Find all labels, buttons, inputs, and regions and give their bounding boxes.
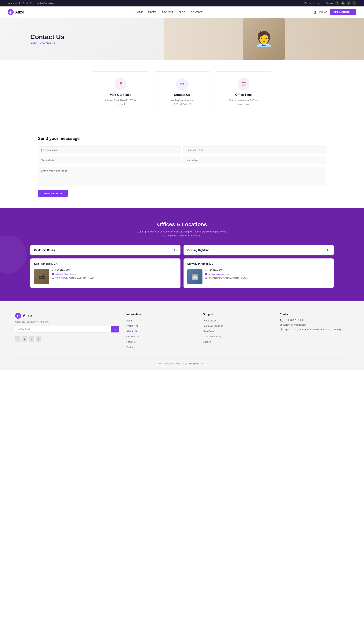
main-nav: HOME PAGES PROJECT BLOG CONTACT	[136, 11, 203, 14]
login-button[interactable]: 👤 LOGING	[314, 11, 328, 14]
hero-image: 🧑‍💼	[164, 18, 364, 60]
footer-support-list: Terms of Use Tearrns & Condition Help Ce…	[203, 319, 272, 344]
footer-contact-address: 📍 Alpes sulzos, Airolo, CH, Kammein stra…	[280, 328, 349, 331]
top-bar: Manchester 21, Zurich, CH alizoinfo@gmai…	[0, 0, 364, 7]
accordion-california-header[interactable]: California Dsuza +	[30, 245, 180, 255]
footer-support-privacy[interactable]: Company Privacy	[203, 335, 272, 338]
email-input[interactable]	[184, 146, 326, 154]
nav-contact[interactable]: CONTACT	[191, 11, 202, 14]
accordion-sunway-toggle[interactable]: −	[325, 261, 330, 266]
footer-contact-col: Contact 📞 +1 6328 925 6200 ✉ alizohelpo@…	[280, 313, 349, 351]
form-row-1	[38, 146, 326, 154]
footer-info-services[interactable]: Our Services	[126, 335, 196, 338]
footer-info-about[interactable]: About US	[126, 330, 196, 333]
phone-icon: 📞	[280, 319, 283, 322]
footer-support-tearrns[interactable]: Tearrns & Condition	[203, 324, 272, 328]
subject-input[interactable]	[184, 157, 326, 164]
visit-title: Visit Our Place	[97, 93, 144, 97]
accordion-sunway-header[interactable]: Sunway Piramid, ML −	[184, 258, 334, 269]
header: Alizo HOME PAGES PROJECT BLOG CONTACT 👤 …	[0, 7, 364, 18]
nav-pages[interactable]: PAGES	[148, 11, 156, 14]
accordion-genting-toggle[interactable]: +	[325, 248, 330, 252]
footer-contact-email[interactable]: ✉ alizohelpo@gmail.com	[280, 324, 349, 327]
logo[interactable]: Alizo	[8, 9, 24, 15]
topbar-address: Manchester 21, Zurich, CH	[8, 2, 32, 4]
nav-project[interactable]: PROJECT	[162, 11, 173, 14]
location-image-sunway: 🏢	[187, 269, 202, 284]
footer-logo[interactable]: Alizo	[15, 313, 119, 319]
message-textarea[interactable]	[38, 167, 326, 186]
footer-info-home[interactable]: Home	[126, 319, 196, 322]
accordion-genting-header[interactable]: Genting Highland +	[184, 245, 334, 255]
footer-linkedin-icon[interactable]: li	[29, 336, 34, 342]
footer-contact-phone: 📞 +1 6328 925 6200	[280, 319, 349, 322]
footer-tagline: Get Special Offers, We Never Spam.	[15, 321, 119, 323]
accordion-california: California Dsuza +	[30, 245, 180, 255]
footer-twitter-icon[interactable]: t	[36, 336, 41, 342]
accordion-sanfrancisco-body: 🏙 +1 235 326-49652 ramboinfo@gmail.com 3…	[30, 269, 180, 288]
footer-info-pricing[interactable]: Pricing Plan	[126, 324, 196, 328]
footer-info-features[interactable]: Features	[126, 345, 196, 349]
breadcrumb: ALIZO / CONTACT US	[30, 42, 64, 45]
form-title: Send your meassage	[38, 136, 326, 141]
sunway-address: 3248 SW Norway, Wetst GOA Beach FK 6626	[205, 276, 248, 280]
hero-title: Contact Us	[30, 33, 64, 41]
website-input[interactable]	[38, 157, 180, 164]
sf-address: 3248 SW Norway, Wetst GOA Beach FK 6626	[52, 276, 94, 280]
footer-facebook-icon[interactable]: f	[15, 336, 20, 342]
accordion-sanfrancisco-header[interactable]: San Fransisco, CA −	[30, 258, 180, 269]
quote-button[interactable]: GET A QUOTE →	[330, 9, 356, 15]
accordion-sunway-body: 🏢 +1 235 326-49652 ramboinfo@gmail.com 3…	[184, 269, 334, 288]
topbar-service[interactable]: Service	[313, 2, 320, 4]
office-time-title: Office Time	[220, 93, 267, 97]
footer-support-title: Support	[203, 313, 272, 316]
contact-card: ✉ Contact Us rambo@website.com +(502) 76…	[154, 71, 210, 113]
footer-email-form: →	[15, 326, 119, 333]
send-button[interactable]: SEND MESSAGE	[38, 190, 68, 197]
footer-info-portfolio[interactable]: Portfolio	[126, 340, 196, 344]
footer-brand: Alizo Get Special Offers, We Never Spam.…	[15, 313, 119, 351]
name-input[interactable]	[38, 146, 180, 154]
topbar-faq[interactable]: Faq	[304, 2, 308, 4]
footer-support-help[interactable]: Help Center	[203, 330, 272, 333]
sf-email[interactable]: ramboinfo@gmail.com	[52, 273, 94, 275]
instagram-icon[interactable]: in	[341, 1, 345, 5]
footer-information-title: Information	[126, 313, 196, 316]
sunway-email[interactable]: ramboinfo@gmail.com	[205, 273, 248, 275]
copyright-text: Full Copyright & Design By @ Theme pure …	[159, 362, 205, 365]
breadcrumb-home[interactable]: ALIZO	[30, 42, 37, 45]
footer-support-terms[interactable]: Terms of Use	[203, 319, 272, 322]
footer-contact-title: Contact	[280, 313, 349, 316]
facebook-icon[interactable]: f	[335, 1, 339, 5]
map-pin-icon: 📍	[280, 328, 283, 331]
theme-pure-link[interactable]: Theme pure	[187, 362, 198, 365]
twitter-icon[interactable]: t	[346, 1, 351, 5]
office-closed: Firday is closed	[236, 103, 251, 106]
clock-icon: ⏰	[238, 78, 249, 90]
accordion-grid: California Dsuza + Genting Highland + Sa…	[30, 245, 334, 288]
footer-support-col: Support Terms of Use Tearrns & Condition…	[203, 313, 272, 351]
contact-title: Contact Us	[158, 93, 206, 97]
offices-title: Offices & Locations	[30, 221, 334, 227]
logo-text: Alizo	[15, 10, 24, 15]
location-icon: 📍	[115, 78, 126, 90]
location-detail-sf: 🏙 +1 235 326-49652 ramboinfo@gmail.com 3…	[34, 269, 177, 284]
nav-home[interactable]: HOME	[136, 11, 143, 14]
footer-information-list: Home Pricing Plan About US Our Services …	[126, 319, 196, 349]
offices-subtitle: Lorem ipsum dolor sit amet, consectetur …	[30, 230, 334, 238]
topbar-contact-link[interactable]: Contact	[326, 2, 333, 4]
footer: Alizo Get Special Offers, We Never Spam.…	[0, 301, 364, 370]
accordion-california-toggle[interactable]: +	[172, 248, 177, 252]
accordion-sanfrancisco-toggle[interactable]: −	[172, 261, 177, 266]
location-image-sf: 🏙	[34, 269, 49, 284]
footer-email-submit[interactable]: →	[111, 326, 119, 333]
location-detail-sunway: 🏢 +1 235 326-49652 ramboinfo@gmail.com 3…	[187, 269, 330, 284]
topbar-separator: /	[310, 2, 311, 4]
footer-support-support[interactable]: Support	[203, 340, 272, 344]
logo-icon	[8, 9, 14, 15]
pinterest-icon[interactable]: p	[352, 1, 356, 5]
footer-email-input[interactable]	[15, 326, 111, 333]
accordion-genting: Genting Highland +	[184, 245, 334, 255]
footer-instagram-icon[interactable]: in	[22, 336, 27, 342]
nav-blog[interactable]: BLOG	[178, 11, 186, 14]
